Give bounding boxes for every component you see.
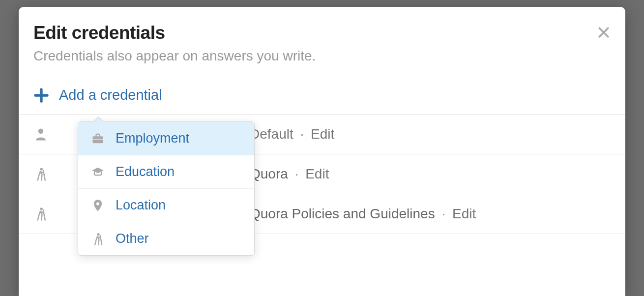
map-pin-icon (91, 199, 105, 212)
credential-edit-link[interactable]: Edit (305, 166, 329, 181)
close-icon (596, 25, 611, 40)
modal-header: Edit credentials Credentials also appear… (19, 7, 625, 76)
dropdown-item-other[interactable]: Other (78, 222, 254, 255)
dropdown-item-employment[interactable]: Employment (78, 122, 254, 155)
svg-point-6 (97, 233, 100, 236)
walking-person-icon (33, 207, 48, 221)
person-icon (33, 127, 48, 142)
graduation-cap-icon (91, 165, 105, 179)
svg-point-0 (38, 129, 44, 134)
separator: · (439, 206, 448, 221)
credential-type-dropdown: Employment Education Location (78, 121, 255, 256)
separator: · (292, 166, 302, 181)
walking-person-icon (91, 232, 105, 246)
edit-credentials-modal: Edit credentials Credentials also appear… (19, 7, 625, 296)
credential-value: Quora (250, 166, 288, 181)
close-button[interactable] (593, 22, 615, 43)
credential-edit-link[interactable]: Edit (452, 206, 476, 221)
credentials-list: Default · Edit Quora · Edit (19, 115, 625, 234)
add-credential-row[interactable]: Add a credential (19, 76, 625, 115)
svg-point-1 (40, 168, 43, 171)
modal-subtitle: Credentials also appear on answers you w… (33, 48, 611, 64)
modal-title: Edit credentials (33, 23, 611, 43)
svg-rect-3 (93, 136, 103, 143)
briefcase-icon (91, 132, 105, 146)
dropdown-item-label: Location (116, 198, 166, 213)
svg-point-5 (96, 202, 99, 205)
add-credential-label: Add a credential (59, 87, 162, 103)
dropdown-item-label: Employment (116, 131, 189, 146)
walking-person-icon (33, 167, 48, 181)
separator: · (297, 126, 307, 142)
dropdown-item-location[interactable]: Location (78, 189, 254, 222)
svg-rect-4 (93, 139, 103, 140)
dropdown-item-education[interactable]: Education (78, 155, 254, 189)
credential-edit-link[interactable]: Edit (311, 126, 334, 142)
credential-badge: Default (250, 126, 293, 142)
credential-value: Quora Policies and Guidelines (250, 206, 435, 221)
dropdown-item-label: Education (116, 164, 175, 179)
dropdown-item-label: Other (116, 231, 149, 246)
plus-icon (33, 88, 49, 103)
svg-point-2 (40, 207, 43, 210)
